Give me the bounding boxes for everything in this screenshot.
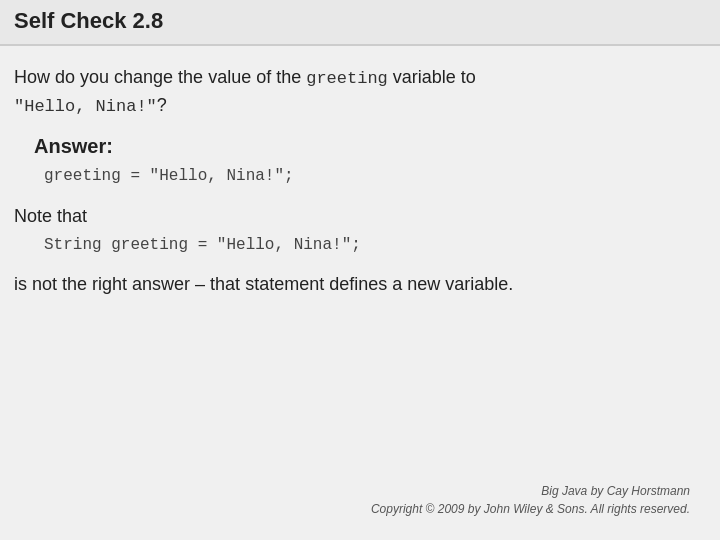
question-line1-post: variable to bbox=[388, 67, 476, 87]
footer-line1: Big Java by Cay Horstmann bbox=[14, 482, 690, 500]
page-title: Self Check 2.8 bbox=[14, 8, 163, 33]
conclusion-text: is not the right answer – that statement… bbox=[14, 274, 706, 295]
question-line2-post: ? bbox=[157, 95, 167, 115]
question-code-greeting: greeting bbox=[306, 69, 388, 88]
note-code-block: String greeting = "Hello, Nina!"; bbox=[44, 233, 706, 259]
page-container: Self Check 2.8 How do you change the val… bbox=[0, 0, 720, 540]
footer: Big Java by Cay Horstmann Copyright © 20… bbox=[14, 472, 706, 530]
answer-label: Answer: bbox=[34, 135, 706, 158]
question-code-value: "Hello, Nina!" bbox=[14, 97, 157, 116]
footer-line2: Copyright © 2009 by John Wiley & Sons. A… bbox=[14, 500, 690, 518]
answer-code-block: greeting = "Hello, Nina!"; bbox=[44, 164, 706, 190]
question-text: How do you change the value of the greet… bbox=[14, 64, 706, 119]
content-area: How do you change the value of the greet… bbox=[0, 46, 720, 540]
title-bar: Self Check 2.8 bbox=[0, 0, 720, 46]
note-label: Note that bbox=[14, 206, 706, 227]
question-line1-pre: How do you change the value of the bbox=[14, 67, 306, 87]
